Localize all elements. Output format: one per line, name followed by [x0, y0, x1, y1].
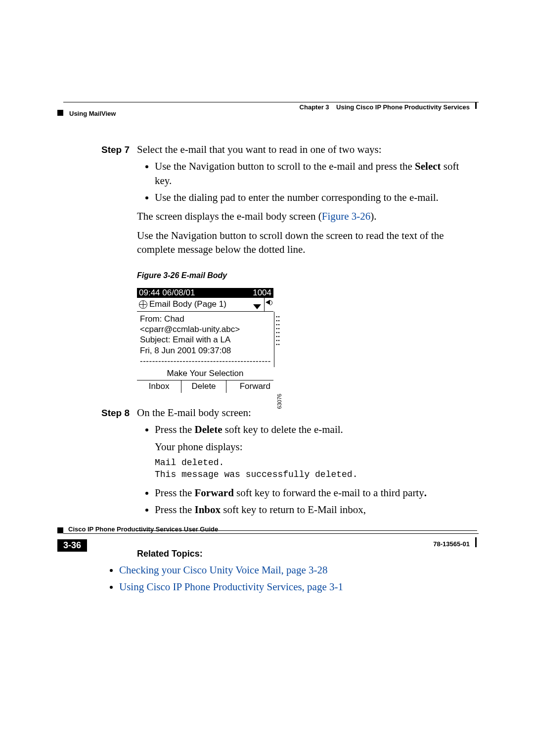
text: Press the [155, 424, 195, 435]
speaker-icon [266, 300, 270, 305]
step-7-label: Step 7 [101, 142, 137, 256]
text: soft key to forward the e-mail to a thir… [234, 487, 424, 499]
phone-softkeys: Inbox Delete Forward [137, 380, 273, 393]
related-topics-heading: Related Topics: [137, 548, 477, 560]
phone-date: Fri, 8 Jun 2001 09:37:08 [140, 345, 271, 356]
phone-subject: Subject: Email with a LA [140, 334, 271, 345]
header-chapter: Chapter 3 Using Cisco IP Phone Productiv… [300, 103, 470, 111]
step-8-bullet-1: Press the Delete soft key to delete the … [155, 423, 477, 480]
globe-icon [139, 300, 147, 309]
figure-phone-screen: 09:44 06/08/01 1004 Email Body (Page 1) [137, 288, 273, 393]
bold-inbox: Inbox [195, 504, 221, 516]
text: The screen displays the e-mail body scre… [137, 210, 322, 222]
chapter-title: Using Cisco IP Phone Productivity Servic… [336, 103, 470, 111]
document-number: 78-13565-01 [433, 540, 470, 548]
text: Press the [155, 487, 195, 499]
phone-time: 09:44 06/08/01 [139, 288, 195, 298]
link-productivity-services[interactable]: Using Cisco IP Phone Productivity Servic… [119, 581, 343, 593]
step-7-bullet-2: Use the dialing pad to enter the number … [155, 190, 477, 204]
link-unity-voicemail[interactable]: Checking your Cisco Unity Voice Mail, pa… [119, 564, 328, 576]
text: Press the [155, 504, 195, 516]
figure-caption: Figure 3-26 E-mail Body [137, 270, 477, 281]
softkey-delete: Delete [181, 380, 225, 393]
phone-prompt: Make Your Selection [137, 367, 273, 380]
code-output: Mail deleted. This message was successfu… [155, 457, 477, 481]
softkey-forward: Forward [226, 380, 273, 393]
header-right-tick [475, 102, 477, 109]
text: soft key to return to E-Mail inbox, [221, 504, 366, 516]
footer-rule [63, 533, 479, 534]
related-link-2: Using Cisco IP Phone Productivity Servic… [119, 580, 477, 594]
step-8-intro: On the E-mail body screen: [137, 406, 477, 420]
header-section: Using MailView [69, 110, 116, 117]
step-8: Step 8 On the E-mail body screen: Press … [101, 406, 477, 521]
footer-right-tick [475, 537, 477, 547]
header-rule [63, 102, 479, 102]
chapter-label: Chapter 3 [300, 103, 329, 111]
your-phone-displays: Your phone displays: [155, 440, 477, 454]
phone-divider: ----------------------------------------… [140, 356, 271, 366]
step-8-bullet-3: Press the Inbox soft key to return to E-… [155, 503, 477, 517]
header-square-icon [57, 110, 63, 116]
phone-page-title: Email Body (Page 1) [149, 299, 226, 310]
step-8-bullet-2: Press the Forward soft key to forward th… [155, 486, 477, 500]
step-7-intro: Select the e-mail that you want to read … [137, 142, 477, 156]
scrollbar-dots-icon: ▪▪▪▪▪▪▪▪▪▪▪▪▪▪▪▪ [276, 315, 280, 346]
step-8-label: Step 8 [101, 406, 137, 521]
step-7: Step 7 Select the e-mail that you want t… [101, 142, 477, 256]
figure-xref[interactable]: Figure 3-26 [322, 210, 371, 222]
text: Use the Navigation button to scroll to t… [155, 160, 415, 172]
phone-address: <cparr@ccmlab-unity.abc> [140, 324, 271, 334]
bold-forward: Forward [195, 487, 234, 499]
bold-delete: Delete [195, 424, 222, 435]
softkey-inbox: Inbox [137, 380, 181, 393]
footer-guide-title: Cisco IP Phone Productivity Services Use… [68, 525, 218, 533]
related-link-1: Checking your Cisco Unity Voice Mail, pa… [119, 563, 477, 577]
step-7-after-1: The screen displays the e-mail body scre… [137, 209, 477, 223]
bold-select: Select [415, 160, 441, 172]
text: soft key to delete the e-mail. [222, 424, 343, 435]
footer-square-icon [57, 527, 63, 533]
caret-down-icon [253, 304, 261, 309]
phone-extension: 1004 [253, 288, 271, 298]
bold-dot: . [424, 487, 427, 499]
phone-from: From: Chad [140, 314, 271, 324]
page-number: 3-36 [57, 539, 87, 552]
step-7-after-2: Use the Navigation button to scroll down… [137, 229, 477, 257]
step-7-bullet-1: Use the Navigation button to scroll to t… [155, 159, 477, 188]
figure-id: 63076 [276, 394, 283, 409]
text: ). [370, 210, 376, 222]
